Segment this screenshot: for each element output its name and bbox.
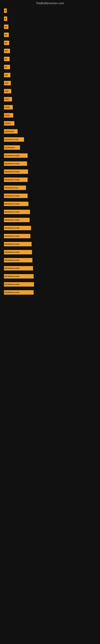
bar: Bot — [4, 73, 10, 77]
bar: Bottleneck r — [4, 145, 20, 150]
bar-row: Bottleneck result — [4, 234, 96, 238]
bar: Bottle — [4, 105, 13, 110]
bar-row: Bottleneck result — [4, 170, 96, 174]
bar: Bottleneck result — [4, 162, 27, 166]
bar-row: Bottleneck result — [4, 250, 96, 254]
bar-row: Bottleneck result — [4, 202, 96, 206]
bar-label: Bottle — [5, 106, 10, 108]
bar: Bottle — [4, 113, 13, 118]
bar-row: Bottleneck result — [4, 226, 96, 230]
bar-label: Bottleneck r — [5, 146, 15, 148]
bar: Bott — [4, 89, 11, 94]
bar-label: Bottlen — [5, 122, 11, 124]
bar-label: Bottleneck result — [5, 154, 19, 156]
bar: Bottleneck — [4, 129, 18, 134]
bar: Bottleneck result — [4, 226, 31, 230]
bar: Bo — [4, 24, 8, 29]
bar-row: Bottleneck — [4, 129, 96, 134]
bar: Bottleneck resu — [4, 137, 24, 142]
bar-row: Bottleneck result — [4, 282, 96, 286]
bar-label: Bottleneck result — [5, 171, 19, 173]
bar: Bo — [4, 41, 9, 45]
bar-label: Bo — [5, 66, 7, 68]
bar-label: Bottleneck result — [5, 195, 19, 197]
bar-row: Bottleneck result — [4, 178, 96, 182]
bar: Bo — [4, 65, 10, 69]
site-title-container: TheBottlenecker.com — [0, 0, 100, 6]
bar: Bo — [4, 57, 10, 61]
bar: Bottleneck result — [4, 266, 33, 270]
bar: Bottleneck result — [4, 258, 32, 262]
bar-label: Bott — [5, 90, 8, 92]
bar: B — [4, 8, 7, 13]
bar: Bottleneck result — [4, 274, 34, 278]
bar-label: Bo — [5, 58, 7, 60]
bar-label: Bot — [5, 74, 8, 76]
bars-container: BBBoBoBoBotBoBoBotBottBottBottlBottleBot… — [0, 6, 100, 300]
bar-label: Bottleneck result — [5, 275, 19, 277]
bar-row: Bo — [4, 24, 96, 29]
bar-label: Bottleneck result — [5, 162, 19, 164]
bar-label: Bottleneck resu — [5, 187, 18, 189]
bar-row: Bot — [4, 49, 96, 53]
bar-label: Bottleneck result — [5, 259, 19, 261]
bar-row: Bot — [4, 73, 96, 77]
bar-row: Bott — [4, 81, 96, 85]
bar: Bot — [4, 49, 10, 53]
bar-row: Bottleneck resu — [4, 137, 96, 142]
bar: Bottlen — [4, 121, 14, 126]
bar-row: Bottle — [4, 113, 96, 118]
bar-label: Bottleneck result — [5, 219, 19, 221]
bar-label: Bo — [5, 26, 7, 28]
bar: Bottleneck result — [4, 250, 32, 254]
bar: Bottleneck result — [4, 170, 28, 174]
bar-row: Bottleneck r — [4, 145, 96, 150]
bar: Bottleneck result — [4, 210, 30, 214]
bar-label: Bottleneck result — [5, 227, 19, 229]
bar-row: Bo — [4, 32, 96, 37]
bar: Bottleneck result — [4, 202, 28, 206]
bar: Bottleneck result — [4, 234, 30, 238]
bar-label: Bottleneck result — [5, 251, 19, 253]
bar-row: Bo — [4, 65, 96, 69]
bar: Bottleneck result — [4, 242, 32, 246]
bar: Bottleneck result — [4, 218, 30, 222]
bar-label: Bottleneck result — [5, 203, 19, 205]
bar-label: Bottleneck result — [5, 267, 19, 269]
bar: Bottleneck result — [4, 290, 34, 295]
bar-label: Bottleneck result — [5, 235, 19, 237]
bar-label: B — [5, 18, 6, 20]
bar: Bottleneck resu — [4, 186, 26, 190]
bar-row: Bo — [4, 41, 96, 45]
bar-row: Bottleneck result — [4, 242, 96, 246]
bar-label: Bottleneck — [5, 130, 14, 132]
bar-label: Bo — [5, 42, 7, 44]
bar-row: Bott — [4, 89, 96, 94]
bar-label: Bottleneck resu — [5, 138, 18, 140]
bar-label: Bot — [5, 50, 8, 52]
bar-row: Bottleneck result — [4, 162, 96, 166]
bar-row: B — [4, 8, 96, 13]
bar-label: Bottle — [5, 114, 10, 116]
bar-label: Bottleneck result — [5, 283, 19, 285]
bar-row: Bottleneck result — [4, 290, 96, 295]
bar: Bottleneck result — [4, 153, 28, 158]
bar-row: Bottleneck result — [4, 210, 96, 214]
bar-row: B — [4, 16, 96, 21]
bar-row: Bottleneck result — [4, 258, 96, 262]
bar-row: Bottleneck result — [4, 266, 96, 270]
bar: Bott — [4, 81, 11, 85]
bar: Bo — [4, 32, 9, 37]
bar-row: Bottleneck result — [4, 274, 96, 278]
bar-label: Bottleneck result — [5, 211, 19, 213]
bar-label: B — [5, 10, 6, 12]
bar-row: Bottle — [4, 105, 96, 110]
bar-label: Bo — [5, 34, 7, 36]
bar-label: Bottleneck result — [5, 243, 19, 245]
bar: Bottleneck result — [4, 194, 28, 198]
bar: Bottl — [4, 97, 12, 102]
bar: Bottleneck result — [4, 282, 34, 286]
bar: B — [4, 16, 7, 21]
bar: Bottleneck result — [4, 178, 28, 182]
bar-row: Bottleneck result — [4, 194, 96, 198]
